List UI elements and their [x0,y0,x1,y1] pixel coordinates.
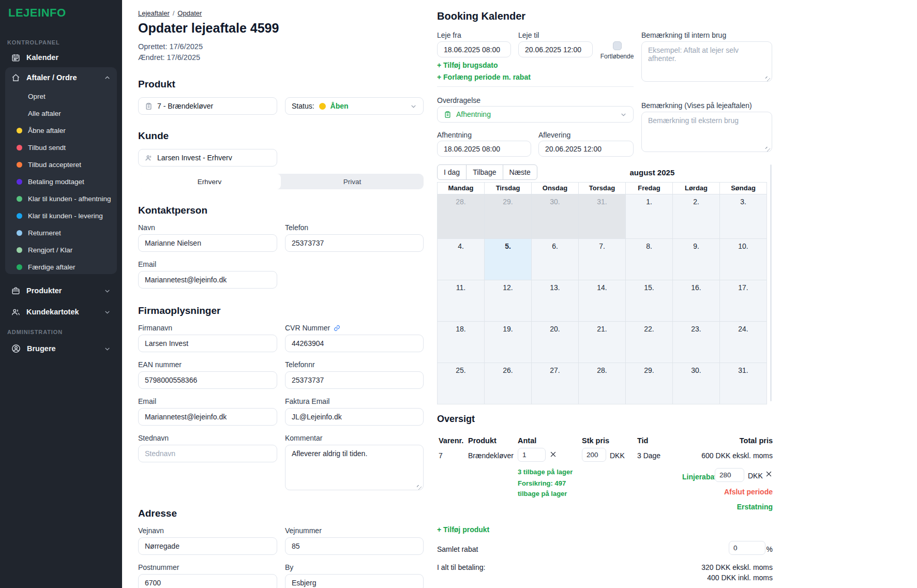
calendar-day-cell[interactable]: 6. [532,238,579,280]
status-select[interactable]: Status: Åben [285,97,424,115]
sidebar-subitem[interactable]: Returneret [5,224,117,242]
invoice-email-input[interactable] [285,408,424,426]
calendar-day-cell[interactable]: 8. [626,238,673,280]
calendar-day-cell[interactable]: 10. [720,238,766,280]
app-logo[interactable]: LEJEINFO [8,6,66,20]
placename-input[interactable] [138,445,277,462]
calendar-day-cell[interactable]: 1. [626,194,673,238]
pickup-input[interactable] [437,141,531,157]
sidebar-subitem[interactable]: Opret [5,88,117,105]
today-button[interactable]: I dag [437,164,467,180]
internal-note-textarea[interactable] [641,41,772,82]
calendar-day-cell[interactable]: 18. [438,321,485,363]
breadcrumb-link-lejeaftaler[interactable]: Lejeaftaler [138,9,170,17]
handover-select[interactable]: Afhentning [437,106,634,123]
sidebar-subitem[interactable]: Betaling modtaget [5,173,117,190]
sidebar-subitem-list: OpretAlle aftalerÅbne aftalerTilbud send… [5,88,117,276]
continuous-checkbox[interactable] [613,41,622,50]
calendar-day-cell[interactable]: 30. [673,363,720,404]
calendar-day-cell[interactable]: 27. [532,363,579,404]
customer-select[interactable]: Larsen Invest - Erhverv [138,149,277,167]
line-discount-input[interactable] [715,468,744,482]
add-usage-date-link[interactable]: + Tilføj brugsdato [437,61,498,69]
calendar-day-cell[interactable]: 15. [626,280,673,321]
rent-from-input[interactable] [437,41,511,57]
calendar-day-cell[interactable]: 14. [579,280,626,321]
calendar-day-cell[interactable]: 31. [720,363,766,404]
calendar-day-cell[interactable]: 5. [485,238,532,280]
sidebar-subitem[interactable]: Åbne aftaler [5,122,117,139]
calendar-day-cell[interactable]: 23. [673,321,720,363]
calendar-day-cell[interactable]: 2. [673,194,720,238]
back-button[interactable]: Tilbage [466,164,503,180]
phone-input[interactable] [285,234,424,252]
sidebar-subitem[interactable]: Rengjort / Klar [5,242,117,259]
company-phone-input[interactable] [285,371,424,389]
calendar-day-cell[interactable]: 12. [485,280,532,321]
external-note-textarea[interactable] [641,112,772,152]
sidebar-subitem[interactable]: Alle aftaler [5,105,117,122]
sidebar-item-aftaler-ordre[interactable]: Aftaler / Ordre [5,67,117,88]
toggle-privat[interactable]: Privat [281,174,424,189]
sidebar-subitem[interactable]: Klar til kunden - afhentning [5,190,117,207]
calendar-day-cell[interactable]: 24. [720,321,766,363]
street-number-input[interactable] [285,537,424,555]
total-discount-input[interactable] [729,541,765,555]
remove-discount-button[interactable] [765,470,773,478]
calendar-day-cell[interactable]: 25. [438,363,485,404]
calendar-day-cell[interactable]: 11. [438,280,485,321]
calendar-day-cell[interactable]: 9. [673,238,720,280]
product-select[interactable]: 7 - Brændekløver [138,97,277,115]
calendar-day-cell[interactable]: 22. [626,321,673,363]
calendar-day-cell[interactable]: 28. [438,194,485,238]
name-input[interactable] [138,234,277,252]
sidebar-subitem[interactable]: Tilbud sendt [5,139,117,156]
unit-price-input[interactable] [582,448,606,462]
calendar-day-cell[interactable]: 29. [626,363,673,404]
sidebar-subitem[interactable]: Færdige aftaler [5,259,117,276]
sidebar-subitem[interactable]: Tilbud accepteret [5,156,117,173]
zip-input[interactable] [138,574,277,588]
calendar-day-cell[interactable]: 19. [485,321,532,363]
comment-textarea[interactable]: Afleverer aldrig til tiden. [285,445,424,490]
sidebar-subitem[interactable]: Klar til kunden - levering [5,207,117,224]
calendar-day-cell[interactable]: 28. [579,363,626,404]
rent-to-input[interactable] [518,41,593,57]
calendar-day-cell[interactable]: 31. [579,194,626,238]
sidebar-item-produkter[interactable]: Produkter [5,281,117,300]
calendar-day-cell[interactable]: 20. [532,321,579,363]
add-product-link[interactable]: + Tilføj produkt [437,525,489,534]
qty-input[interactable] [518,448,546,462]
calendar-day-cell[interactable]: 16. [673,280,720,321]
city-input[interactable] [285,574,424,588]
clipboard-icon [145,102,153,110]
company-email-input[interactable] [138,408,277,426]
calendar-scrollbar[interactable] [770,164,772,401]
firm-name-input[interactable] [138,335,277,352]
calendar-day-cell[interactable]: 3. [720,194,766,238]
cvr-input[interactable] [285,335,424,352]
toggle-erhverv[interactable]: Erhverv [138,174,281,189]
calendar-day-cell[interactable]: 4. [438,238,485,280]
calendar-day-cell[interactable]: 30. [532,194,579,238]
calendar-day-cell[interactable]: 7. [579,238,626,280]
sidebar-item-brugere[interactable]: Brugere [5,339,117,358]
calendar-day-cell[interactable]: 21. [579,321,626,363]
calendar-day-cell[interactable]: 13. [532,280,579,321]
end-period-link[interactable]: Afslut periode [724,488,773,496]
extend-period-link[interactable]: + Forlæng periode m. rabat [437,73,531,81]
remove-product-button[interactable] [549,450,557,458]
next-button[interactable]: Næste [503,164,537,180]
breadcrumb-link-opdater[interactable]: Opdater [177,9,202,17]
calendar-day-cell[interactable]: 29. [485,194,532,238]
link-icon[interactable] [334,325,340,331]
email-input[interactable] [138,271,277,289]
street-input[interactable] [138,537,277,555]
calendar-day-cell[interactable]: 17. [720,280,766,321]
calendar-day-cell[interactable]: 26. [485,363,532,404]
sidebar-item-kundekartotek[interactable]: Kundekartotek [5,303,117,321]
ean-input[interactable] [138,371,277,389]
replacement-link[interactable]: Erstatning [737,503,773,511]
sidebar-item-kalender[interactable]: Kalender [5,48,117,67]
delivery-input[interactable] [538,141,634,157]
